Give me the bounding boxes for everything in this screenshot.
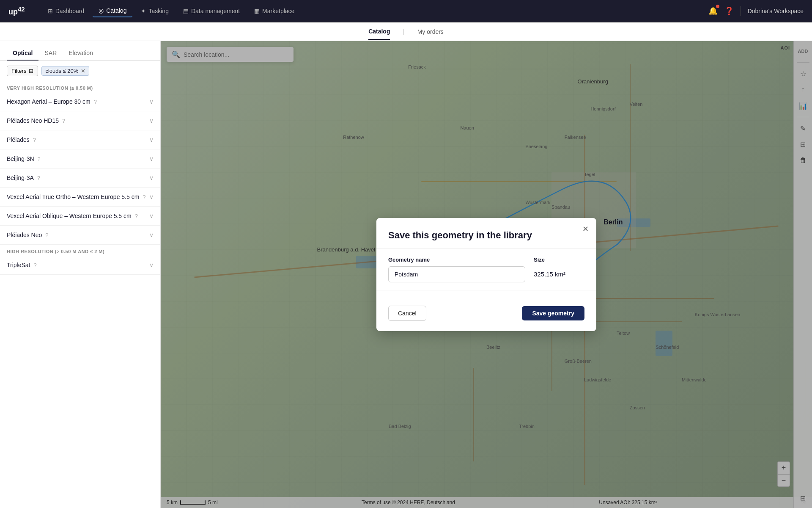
notifications-button[interactable]: 🔔: [708, 6, 718, 16]
nav-tasking-label: Tasking: [148, 8, 168, 14]
modal-body: Geometry name Size 325.15 km²: [376, 257, 596, 282]
list-item[interactable]: Beijing-3N ? ∨: [0, 149, 160, 168]
catalog-icon: ◎: [99, 7, 104, 14]
size-label: Size: [534, 257, 584, 263]
list-item[interactable]: Pléiades Neo HD15 ? ∨: [0, 111, 160, 130]
chevron-down-icon[interactable]: ∨: [149, 155, 154, 162]
tasking-icon: ✦: [141, 8, 146, 14]
nav-right: 🔔 ❓ Dobrina's Workspace: [708, 6, 804, 16]
nav-separator: |: [403, 28, 404, 36]
geometry-name-input[interactable]: [388, 266, 525, 282]
modal-footer-separator: [376, 290, 596, 290]
logo-sup: 42: [18, 6, 25, 13]
chevron-down-icon[interactable]: ∨: [149, 213, 154, 219]
help-icon[interactable]: ?: [34, 262, 37, 268]
cancel-button[interactable]: Cancel: [388, 306, 426, 321]
nav-data-management-label: Data management: [191, 8, 240, 14]
save-geometry-modal: Save this geometry in the library ✕ Geom…: [376, 218, 596, 331]
list-item[interactable]: Hexagon Aerial – Europe 30 cm ? ∨: [0, 92, 160, 111]
help-icon[interactable]: ?: [45, 232, 48, 238]
nav-data-management[interactable]: ▤ Data management: [177, 5, 246, 17]
chevron-down-icon[interactable]: ∨: [149, 193, 154, 200]
chevron-down-icon[interactable]: ∨: [149, 117, 154, 124]
clouds-filter-chip[interactable]: clouds ≤ 20% ✕: [41, 66, 89, 76]
list-item[interactable]: Beijing-3A ? ∨: [0, 168, 160, 188]
size-field: Size 325.15 km²: [534, 257, 584, 282]
item-name: TripleSat: [7, 262, 30, 268]
nav-marketplace-label: Marketplace: [262, 8, 294, 14]
list-item[interactable]: Vexcel Aerial Oblique – Western Europe 5…: [0, 207, 160, 226]
geometry-name-label: Geometry name: [388, 257, 525, 263]
item-name: Hexagon Aerial – Europe 30 cm: [7, 98, 91, 105]
map-background: Berlin Potsdam Oranienburg Hennigsdorf F…: [161, 41, 812, 508]
nav-marketplace[interactable]: ▦ Marketplace: [248, 5, 300, 17]
nav-catalog-label: Catalog: [106, 7, 126, 14]
data-mgmt-icon: ▤: [183, 8, 189, 14]
chevron-down-icon[interactable]: ∨: [149, 232, 154, 238]
chip-label: clouds ≤ 20%: [45, 68, 78, 74]
hr-section-label: HIGH RESOLUTION (> 0.50 M AND ≤ 2 M): [0, 245, 160, 256]
main-layout: Optical SAR Elevation Filters ⊟ clouds ≤…: [0, 41, 812, 508]
nav-dashboard-label: Dashboard: [55, 8, 85, 14]
help-icon[interactable]: ?: [38, 156, 41, 162]
chevron-down-icon[interactable]: ∨: [149, 136, 154, 143]
modal-overlay: Save this geometry in the library ✕ Geom…: [161, 41, 812, 508]
help-icon[interactable]: ?: [62, 118, 65, 124]
nav-dashboard[interactable]: ⊞ Dashboard: [42, 5, 91, 17]
chevron-down-icon[interactable]: ∨: [149, 174, 154, 181]
help-icon[interactable]: ?: [37, 175, 40, 181]
modal-title: Save this geometry in the library: [388, 230, 584, 241]
item-name: Vexcel Aerial Oblique – Western Europe 5…: [7, 213, 132, 219]
list-item[interactable]: TripleSat ? ∨: [0, 256, 160, 275]
data-type-tabs: Optical SAR Elevation: [0, 41, 160, 61]
chip-remove-button[interactable]: ✕: [81, 68, 85, 74]
chevron-down-icon[interactable]: ∨: [149, 98, 154, 105]
notification-badge: [716, 5, 719, 8]
second-nav-items: Catalog | My orders: [368, 24, 444, 40]
marketplace-icon: ▦: [254, 8, 260, 14]
chevron-down-icon[interactable]: ∨: [149, 262, 154, 268]
size-value: 325.15 km²: [534, 266, 584, 282]
help-icon[interactable]: ?: [143, 194, 145, 200]
item-name: Beijing-3A: [7, 174, 34, 181]
modal-header: Save this geometry in the library ✕: [376, 218, 596, 241]
catalog-tab[interactable]: Catalog: [368, 24, 390, 40]
list-item[interactable]: Pléiades ? ∨: [0, 130, 160, 149]
modal-fields: Geometry name Size 325.15 km²: [388, 257, 584, 282]
list-item[interactable]: Pléiades Neo ? ∨: [0, 226, 160, 245]
workspace-selector[interactable]: Dobrina's Workspace: [748, 8, 804, 14]
list-item[interactable]: Vexcel Aerial True Ortho – Western Europ…: [0, 188, 160, 207]
item-name: Vexcel Aerial True Ortho – Western Europ…: [7, 193, 139, 200]
filters-label: Filters: [11, 68, 26, 74]
vhr-section-label: VERY HIGH RESOLUTION (≤ 0.50 M): [0, 81, 160, 92]
my-orders-tab[interactable]: My orders: [417, 24, 444, 39]
app-logo[interactable]: up42: [8, 6, 25, 17]
filter-icon: ⊟: [29, 68, 33, 74]
tab-optical[interactable]: Optical: [7, 46, 38, 61]
help-icon[interactable]: ?: [94, 99, 97, 105]
tab-elevation[interactable]: Elevation: [63, 46, 99, 61]
filters-button[interactable]: Filters ⊟: [7, 66, 38, 76]
save-geometry-button[interactable]: Save geometry: [522, 306, 584, 320]
filter-bar: Filters ⊟ clouds ≤ 20% ✕: [0, 61, 160, 81]
modal-separator: [376, 248, 596, 249]
nav-tasking[interactable]: ✦ Tasking: [135, 5, 174, 17]
help-button[interactable]: ❓: [724, 6, 734, 16]
item-name: Pléiades: [7, 136, 30, 143]
help-icon[interactable]: ?: [33, 137, 36, 143]
left-panel: Optical SAR Elevation Filters ⊟ clouds ≤…: [0, 41, 161, 508]
item-name: Pléiades Neo HD15: [7, 117, 59, 124]
dashboard-icon: ⊞: [48, 8, 53, 14]
item-name: Pléiades Neo: [7, 232, 42, 238]
second-nav: Catalog | My orders: [0, 22, 812, 41]
modal-close-button[interactable]: ✕: [579, 223, 591, 235]
map-area[interactable]: Berlin Potsdam Oranienburg Hennigsdorf F…: [161, 41, 812, 508]
help-icon[interactable]: ?: [135, 213, 138, 219]
tab-sar[interactable]: SAR: [38, 46, 63, 61]
geometry-name-field: Geometry name: [388, 257, 525, 282]
modal-footer: Cancel Save geometry: [376, 298, 596, 331]
nav-catalog[interactable]: ◎ Catalog: [93, 5, 132, 17]
nav-items: ⊞ Dashboard ◎ Catalog ✦ Tasking ▤ Data m…: [42, 5, 708, 17]
top-nav: up42 ⊞ Dashboard ◎ Catalog ✦ Tasking ▤ D…: [0, 0, 812, 22]
item-name: Beijing-3N: [7, 155, 34, 162]
